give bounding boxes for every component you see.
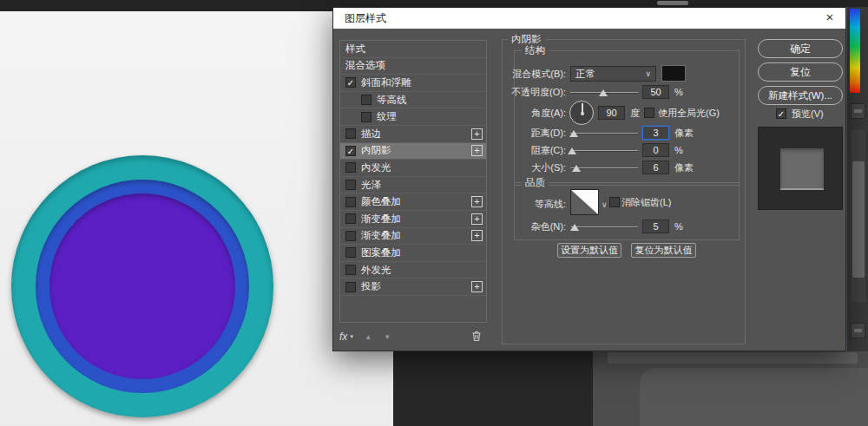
quality-legend: 品质: [522, 176, 549, 189]
choke-input[interactable]: [642, 143, 669, 157]
slider-thumb[interactable]: [572, 165, 581, 172]
noise-slider[interactable]: [570, 226, 638, 227]
new-style-button[interactable]: 新建样式(W)...: [758, 86, 843, 105]
panel-button-glyph: [854, 109, 862, 113]
vertical-scrollbar-track[interactable]: [852, 130, 865, 302]
opacity-unit: %: [674, 83, 683, 101]
plus-icon[interactable]: +: [471, 196, 483, 207]
delete-effect-icon[interactable]: [471, 331, 482, 344]
blend-mode-row: 混合模式(B): 正常 ∨: [503, 65, 746, 82]
size-row: 大小(S): 像素: [503, 159, 746, 176]
antialias-label: 消除锯齿(L): [621, 196, 671, 209]
plus-icon[interactable]: +: [471, 281, 483, 292]
plus-icon[interactable]: +: [471, 230, 483, 241]
move-up-icon[interactable]: ▲: [365, 333, 372, 341]
opacity-row: 不透明度(O): %: [503, 83, 746, 101]
opacity-input[interactable]: [642, 85, 669, 99]
style-item-texture[interactable]: 纹理: [340, 108, 486, 126]
set-default-button[interactable]: 设置为默认值: [557, 243, 621, 258]
angle-dial[interactable]: [569, 101, 594, 125]
preview-row: ✓ 预览(V): [758, 108, 843, 121]
style-item-gradient-overlay-2[interactable]: 渐变叠加+: [340, 228, 486, 246]
chevron-down-icon: ∨: [645, 67, 651, 81]
noise-input[interactable]: [642, 220, 669, 233]
slider-thumb[interactable]: [599, 89, 608, 96]
effect-preview-thumbnail: [758, 127, 843, 210]
style-item-label: 投影: [361, 280, 381, 293]
style-item-label: 内发光: [361, 161, 391, 174]
style-item-inner-glow[interactable]: 内发光: [340, 160, 486, 177]
size-input[interactable]: [642, 161, 669, 174]
size-slider[interactable]: [570, 167, 638, 168]
style-item-drop-shadow[interactable]: 投影+: [340, 279, 486, 296]
distance-input[interactable]: [642, 126, 669, 140]
plus-icon[interactable]: +: [471, 213, 483, 225]
horizontal-scrollbar-thumb[interactable]: [657, 1, 688, 5]
angle-row: 角度(A): 度 使用全局光(G): [503, 100, 746, 126]
checkbox-unchecked-icon[interactable]: [345, 213, 356, 224]
style-item-label: 斜面和浮雕: [361, 76, 411, 89]
opacity-slider[interactable]: [570, 92, 638, 93]
contour-shape: [571, 190, 598, 214]
style-item-outer-glow[interactable]: 外发光: [340, 262, 486, 279]
checkbox-unchecked-icon[interactable]: [345, 247, 356, 258]
checkbox-unchecked-icon[interactable]: [361, 112, 372, 122]
style-item-gradient-overlay-1[interactable]: 渐变叠加+: [340, 211, 486, 228]
checkbox-checked-icon[interactable]: ✓: [345, 77, 356, 88]
angle-center-dot: [581, 112, 584, 115]
style-item-label: 混合选项: [345, 59, 385, 72]
close-icon[interactable]: ×: [814, 8, 845, 29]
global-light-checkbox[interactable]: [644, 108, 654, 118]
shape-circle-core[interactable]: [49, 193, 235, 379]
ok-button[interactable]: 确定: [758, 39, 843, 58]
style-item-blending-options[interactable]: 混合选项: [340, 58, 486, 75]
styles-header-row[interactable]: 样式: [340, 41, 486, 58]
panel-button-bottom[interactable]: [851, 323, 865, 338]
slider-thumb[interactable]: [568, 147, 576, 154]
preview-checkbox-checked[interactable]: ✓: [776, 108, 786, 119]
style-item-bevel-emboss[interactable]: ✓斜面和浮雕: [340, 75, 486, 92]
blend-mode-select[interactable]: 正常 ∨: [570, 66, 656, 82]
checkbox-unchecked-icon[interactable]: [361, 95, 372, 105]
checkbox-unchecked-icon[interactable]: [345, 265, 356, 275]
style-item-label: 渐变叠加: [361, 229, 401, 242]
size-unit: 像素: [674, 159, 694, 176]
dialog-titlebar[interactable]: 图层样式 ×: [333, 8, 845, 29]
angle-input[interactable]: [598, 106, 625, 120]
move-down-icon[interactable]: ▼: [384, 333, 391, 341]
vertical-scrollbar-thumb[interactable]: [852, 161, 865, 278]
reset-default-button[interactable]: 复位为默认值: [631, 243, 696, 258]
checkbox-unchecked-icon[interactable]: [345, 128, 356, 139]
style-item-inner-shadow[interactable]: ✓内阴影+: [340, 143, 486, 161]
reset-button[interactable]: 复位: [758, 62, 843, 82]
style-item-pattern-overlay[interactable]: 图案叠加: [340, 245, 486, 262]
distance-slider[interactable]: [570, 133, 638, 134]
checkbox-unchecked-icon[interactable]: [345, 180, 356, 190]
contour-picker[interactable]: [570, 189, 599, 215]
checkbox-unchecked-icon[interactable]: [345, 282, 356, 292]
shadow-color-swatch[interactable]: [661, 65, 686, 82]
checkbox-checked-icon[interactable]: ✓: [345, 146, 356, 156]
slider-thumb[interactable]: [569, 130, 578, 137]
checkbox-unchecked-icon[interactable]: [345, 197, 356, 207]
panel-button-top[interactable]: [851, 103, 865, 119]
style-item-contour[interactable]: 等高线: [340, 92, 486, 109]
antialias-checkbox[interactable]: [609, 197, 620, 207]
plus-icon[interactable]: +: [471, 128, 483, 140]
choke-slider[interactable]: [570, 150, 638, 151]
checkbox-unchecked-icon[interactable]: [345, 231, 356, 241]
style-item-label: 渐变叠加: [361, 213, 401, 226]
hue-slider[interactable]: [850, 9, 860, 93]
slider-thumb[interactable]: [570, 224, 579, 231]
size-label: 大小(S):: [503, 159, 566, 176]
style-item-satin[interactable]: 光泽: [340, 177, 486, 194]
fx-menu-button[interactable]: fx: [339, 331, 347, 343]
dialog-title: 图层样式: [345, 12, 386, 24]
fx-caret-icon: ▼: [349, 334, 354, 339]
chevron-down-icon[interactable]: ∨: [602, 200, 608, 209]
style-item-label: 外发光: [361, 264, 391, 277]
style-item-stroke[interactable]: 描边+: [340, 126, 486, 143]
plus-icon[interactable]: +: [471, 145, 483, 156]
checkbox-unchecked-icon[interactable]: [345, 162, 356, 173]
style-item-color-overlay[interactable]: 颜色叠加+: [340, 193, 486, 211]
